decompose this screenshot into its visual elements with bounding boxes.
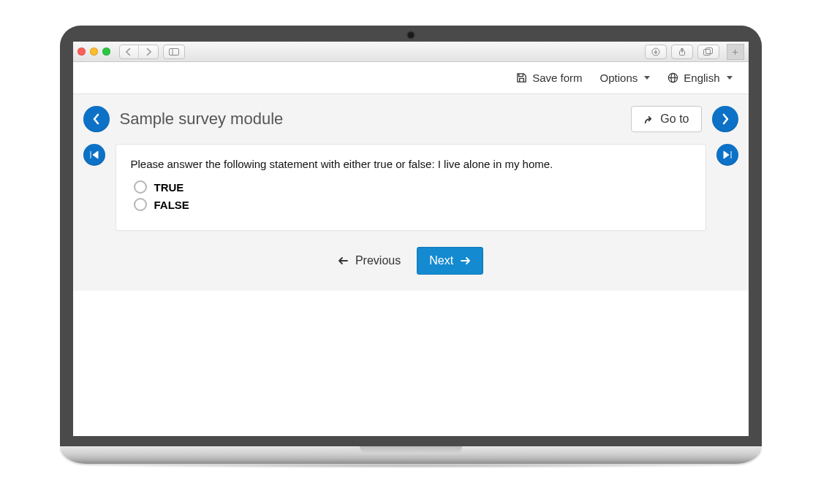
prev-page-button[interactable] <box>83 106 110 132</box>
app-topbar: Save form Options English <box>73 62 749 94</box>
downloads-button[interactable] <box>645 45 667 59</box>
last-question-button[interactable] <box>716 144 738 166</box>
laptop-shadow <box>75 464 747 468</box>
footer-nav: Previous Next <box>83 247 738 275</box>
chevron-left-icon <box>92 113 101 125</box>
options-label: Options <box>600 72 638 84</box>
save-form-button[interactable]: Save form <box>516 72 582 84</box>
goto-button[interactable]: Go to <box>631 106 701 132</box>
save-icon <box>516 72 527 83</box>
radio-icon <box>134 198 147 211</box>
svg-rect-4 <box>704 50 711 56</box>
window-controls <box>77 47 110 56</box>
radio-icon <box>134 180 147 194</box>
laptop-mockup: + Save form Options English <box>60 26 762 468</box>
previous-button[interactable]: Previous <box>338 254 401 267</box>
browser-chrome: + <box>73 42 749 62</box>
tabs-overview-button[interactable] <box>697 45 719 59</box>
language-label: English <box>684 72 719 84</box>
option-true[interactable]: TRUE <box>134 180 691 194</box>
option-true-label: TRUE <box>154 181 184 194</box>
language-dropdown[interactable]: English <box>667 72 732 84</box>
laptop-base <box>60 446 762 464</box>
globe-icon <box>667 72 678 83</box>
goto-label: Go to <box>660 112 689 126</box>
question-card: Please answer the following statement wi… <box>116 144 706 231</box>
screen: + Save form Options English <box>73 42 749 436</box>
save-form-label: Save form <box>532 72 582 84</box>
svg-rect-0 <box>169 48 178 55</box>
forward-button[interactable] <box>139 45 158 58</box>
goto-arrow-icon <box>643 115 654 124</box>
arrow-left-icon <box>338 256 348 265</box>
chevron-right-icon <box>721 113 730 125</box>
skip-back-icon <box>89 150 99 159</box>
new-tab-button[interactable]: + <box>727 44 744 60</box>
share-button[interactable] <box>671 45 693 59</box>
next-page-button[interactable] <box>712 106 738 132</box>
screen-bezel: + Save form Options English <box>60 26 762 446</box>
question-row: Please answer the following statement wi… <box>83 144 738 231</box>
back-button[interactable] <box>120 45 139 58</box>
module-title: Sample survey module <box>120 110 621 129</box>
arrow-right-icon <box>461 256 471 265</box>
app-root: Save form Options English <box>73 62 749 436</box>
first-question-button[interactable] <box>83 144 105 166</box>
next-button[interactable]: Next <box>417 247 483 275</box>
nav-back-forward-group <box>119 45 159 59</box>
previous-label: Previous <box>355 254 401 267</box>
next-label: Next <box>429 254 453 267</box>
sidebar-toggle-button[interactable] <box>163 45 185 59</box>
option-false[interactable]: FALSE <box>134 198 691 211</box>
skip-forward-icon <box>722 150 733 159</box>
svg-rect-5 <box>706 48 713 54</box>
options-dropdown[interactable]: Options <box>600 72 651 84</box>
close-window-button[interactable] <box>77 47 86 56</box>
title-row: Sample survey module Go to <box>83 106 738 132</box>
caret-down-icon <box>727 76 733 80</box>
question-text: Please answer the following statement wi… <box>131 158 691 170</box>
maximize-window-button[interactable] <box>102 47 110 56</box>
minimize-window-button[interactable] <box>90 47 98 56</box>
workspace: Sample survey module Go to <box>73 94 749 291</box>
caret-down-icon <box>644 76 650 80</box>
option-false-label: FALSE <box>154 199 189 211</box>
camera-dot <box>408 32 414 38</box>
